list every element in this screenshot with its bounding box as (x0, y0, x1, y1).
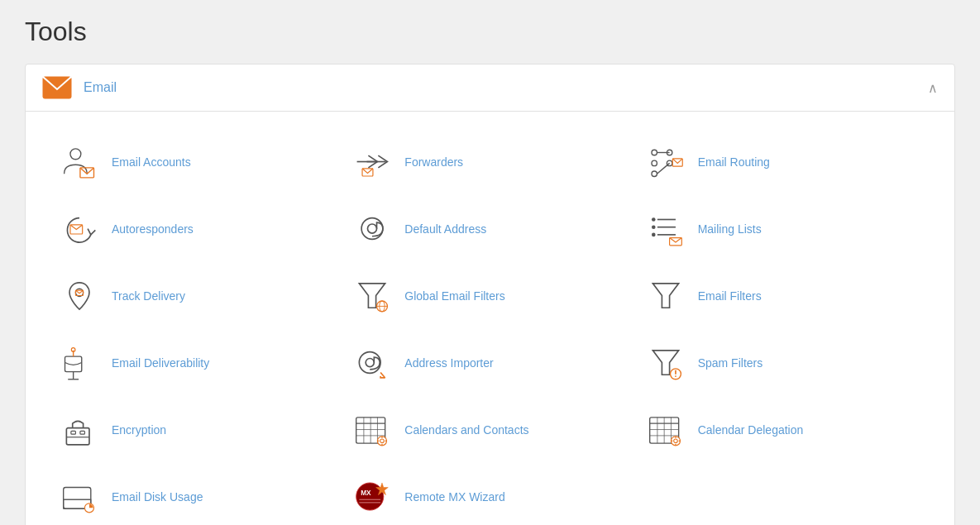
encryption-label: Encryption (112, 423, 166, 437)
page-title: Tools (25, 17, 955, 47)
svg-rect-43 (66, 427, 89, 444)
track-delivery-icon (59, 277, 100, 314)
svg-point-16 (368, 224, 377, 233)
autoresponders-icon (59, 210, 100, 247)
tool-email-accounts[interactable]: Email Accounts (50, 128, 343, 195)
forwarders-label: Forwarders (404, 155, 463, 169)
forwarders-icon (351, 143, 393, 180)
spam-filters-label: Spam Filters (698, 356, 763, 370)
svg-point-42 (675, 375, 676, 377)
tool-autoresponders[interactable]: Autoresponders (50, 195, 343, 262)
tool-address-importer[interactable]: Address Importer (343, 329, 636, 396)
email-deliverability-label: Email Deliverability (112, 356, 209, 370)
svg-marker-30 (653, 283, 678, 307)
email-routing-label: Email Routing (698, 155, 770, 169)
section-email-icon (42, 76, 72, 99)
email-filters-label: Email Filters (698, 289, 762, 303)
tool-calendar-delegation[interactable]: Calendar Delegation (637, 396, 930, 463)
remote-mx-wizard-icon: MX (351, 478, 393, 515)
remote-mx-wizard-label: Remote MX Wizard (404, 490, 504, 504)
svg-marker-26 (360, 283, 385, 307)
address-importer-icon (351, 344, 393, 381)
svg-marker-39 (653, 350, 678, 374)
svg-point-8 (652, 171, 657, 176)
svg-point-19 (652, 225, 656, 229)
svg-point-6 (652, 150, 657, 155)
calendar-delegation-icon (645, 411, 686, 448)
email-filters-icon (645, 277, 686, 314)
tools-grid: Email Accounts Forwarders (26, 112, 954, 525)
default-address-label: Default Address (404, 222, 486, 236)
svg-point-21 (652, 232, 656, 236)
global-email-filters-icon (351, 277, 393, 314)
default-address-icon (351, 210, 393, 247)
svg-point-36 (360, 351, 381, 373)
tool-email-routing[interactable]: Email Routing (637, 128, 930, 195)
spam-filters-icon (645, 344, 686, 381)
section-title: Email (84, 80, 117, 95)
address-importer-label: Address Importer (404, 356, 493, 370)
tool-track-delivery[interactable]: Track Delivery (50, 262, 343, 329)
svg-point-1 (70, 148, 81, 159)
tool-default-address[interactable]: Default Address (343, 195, 636, 262)
svg-point-37 (366, 358, 375, 366)
tool-email-filters[interactable]: Email Filters (637, 262, 930, 329)
tool-remote-mx-wizard[interactable]: MX Remote MX Wizard (343, 463, 636, 525)
chevron-up-icon: ∧ (928, 80, 938, 96)
tool-email-deliverability[interactable]: Email Deliverability (50, 329, 343, 396)
email-disk-usage-label: Email Disk Usage (112, 490, 203, 504)
email-deliverability-icon (59, 344, 100, 381)
tool-mailing-lists[interactable]: Mailing Lists (637, 195, 930, 262)
autoresponders-label: Autoresponders (112, 222, 194, 236)
email-disk-usage-icon (59, 478, 100, 515)
calendar-delegation-label: Calendar Delegation (698, 423, 804, 437)
page-container: Tools Email ∧ (0, 0, 980, 525)
mailing-lists-icon (645, 210, 686, 247)
svg-point-7 (652, 160, 657, 165)
tool-spam-filters[interactable]: Spam Filters (637, 329, 930, 396)
tool-calendars-contacts[interactable]: Calendars and Contacts (343, 396, 636, 463)
tool-encryption[interactable]: Encryption (50, 396, 343, 463)
encryption-icon (59, 411, 100, 448)
track-delivery-label: Track Delivery (112, 289, 185, 303)
svg-rect-45 (80, 431, 85, 434)
global-email-filters-label: Global Email Filters (404, 289, 504, 303)
calendars-contacts-icon (351, 411, 393, 448)
svg-text:MX: MX (361, 489, 372, 496)
email-section-card: Email ∧ Email Accounts (25, 64, 955, 525)
tool-forwarders[interactable]: Forwarders (343, 128, 636, 195)
email-section-header[interactable]: Email ∧ (26, 64, 954, 112)
tool-email-disk-usage[interactable]: Email Disk Usage (50, 463, 343, 525)
email-accounts-icon (59, 143, 100, 180)
svg-rect-44 (71, 431, 76, 434)
svg-point-17 (652, 217, 656, 222)
email-accounts-label: Email Accounts (112, 155, 191, 169)
calendars-contacts-label: Calendars and Contacts (404, 423, 528, 437)
mailing-lists-label: Mailing Lists (698, 222, 762, 236)
email-routing-icon (645, 143, 686, 180)
section-header-left: Email (42, 76, 117, 99)
tool-global-email-filters[interactable]: Global Email Filters (343, 262, 636, 329)
